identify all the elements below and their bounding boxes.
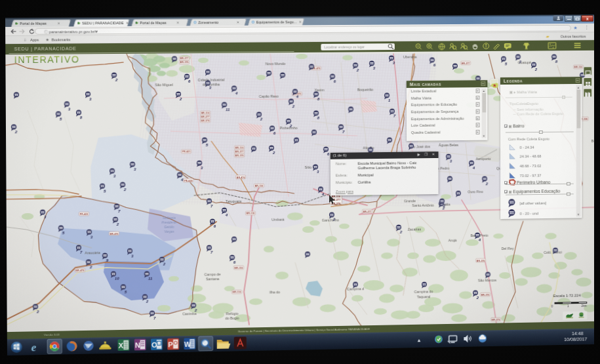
svg-text:O: O xyxy=(151,341,157,349)
svg-text:Zacarias: Zacarias xyxy=(408,228,422,232)
svg-text:2: 2 xyxy=(356,68,359,72)
svg-text:BR-376: BR-376 xyxy=(180,62,189,64)
svg-text:BR-116: BR-116 xyxy=(235,267,243,270)
svg-text:7: 7 xyxy=(210,203,213,208)
svg-text:Aeroporto: Aeroporto xyxy=(475,157,490,161)
svg-text:BR-277: BR-277 xyxy=(235,151,244,153)
svg-text:Umbará: Umbará xyxy=(271,218,285,222)
svg-text:2: 2 xyxy=(519,59,522,64)
svg-text:4: 4 xyxy=(321,192,325,196)
svg-text:5: 5 xyxy=(206,142,209,147)
svg-text:Arujá: Arujá xyxy=(449,238,457,242)
svg-text:BR-116: BR-116 xyxy=(255,185,264,188)
svg-text:2: 2 xyxy=(332,217,336,222)
svg-text:P: P xyxy=(168,341,173,349)
svg-text:2: 2 xyxy=(123,187,127,192)
svg-text:BR-116: BR-116 xyxy=(247,212,255,215)
svg-text:7: 7 xyxy=(80,250,83,254)
svg-text:Colô. Murici: Colô. Murici xyxy=(544,251,562,254)
svg-text:6: 6 xyxy=(214,224,216,228)
svg-text:4: 4 xyxy=(472,165,475,170)
svg-text:5: 5 xyxy=(505,61,508,66)
svg-text:5: 5 xyxy=(62,230,65,235)
svg-text:BR-277: BR-277 xyxy=(462,62,470,65)
svg-text:BR-277: BR-277 xyxy=(180,58,189,60)
svg-text:8: 8 xyxy=(555,59,558,64)
svg-text:3: 3 xyxy=(393,60,395,65)
svg-text:BR-116: BR-116 xyxy=(201,112,210,115)
svg-text:3: 3 xyxy=(373,66,376,70)
svg-text:São Miguel: São Miguel xyxy=(155,83,172,87)
svg-text:BR-476: BR-476 xyxy=(75,270,84,272)
svg-text:3: 3 xyxy=(113,173,116,178)
svg-text:W: W xyxy=(184,340,191,348)
svg-text:BR-116: BR-116 xyxy=(233,291,241,294)
svg-text:4: 4 xyxy=(235,91,238,95)
svg-text:14:48: 14:48 xyxy=(572,331,584,336)
svg-text:6: 6 xyxy=(334,79,336,83)
svg-text:7: 7 xyxy=(393,113,396,118)
svg-text:BR-277: BR-277 xyxy=(363,211,372,213)
svg-text:de Curitiba: de Curitiba xyxy=(203,83,220,87)
svg-text:5: 5 xyxy=(60,116,62,121)
svg-text:Santo Antônio: Santo Antônio xyxy=(412,203,433,207)
svg-text:BR-277: BR-277 xyxy=(201,116,210,119)
svg-text:2: 2 xyxy=(289,123,292,128)
svg-text:7: 7 xyxy=(118,209,121,213)
svg-text:Santana: Santana xyxy=(206,277,220,281)
svg-text:Vargas: Vargas xyxy=(164,230,174,233)
svg-text:3: 3 xyxy=(317,169,319,174)
svg-text:N: N xyxy=(135,341,140,349)
svg-text:3: 3 xyxy=(89,96,92,101)
svg-text:Boqueirão: Boqueirão xyxy=(357,88,373,92)
svg-text:3: 3 xyxy=(134,167,136,171)
svg-text:do Bugio: do Bugio xyxy=(225,316,239,320)
svg-text:2: 2 xyxy=(116,222,119,226)
svg-text:8: 8 xyxy=(80,115,83,119)
svg-text:BR-376: BR-376 xyxy=(201,120,210,123)
svg-text:3: 3 xyxy=(201,165,203,170)
svg-text:3: 3 xyxy=(131,253,134,258)
svg-text:2: 2 xyxy=(399,230,403,234)
svg-text:Cidade Industrial: Cidade Industrial xyxy=(198,78,225,82)
svg-text:Xaxim: Xaxim xyxy=(315,88,325,92)
svg-text:BR-376: BR-376 xyxy=(477,260,485,262)
svg-text:Ganchinho: Ganchinho xyxy=(322,218,339,222)
svg-text:2: 2 xyxy=(89,264,92,269)
svg-text:Del Rey: Del Rey xyxy=(502,247,514,251)
svg-text:3: 3 xyxy=(44,214,47,219)
svg-text:São Marcos: São Marcos xyxy=(478,278,497,282)
svg-text:Ouro Fino: Ouro Fino xyxy=(468,190,483,193)
svg-text:X: X xyxy=(119,342,124,350)
svg-text:11: 11 xyxy=(226,107,230,111)
svg-text:Novo Mundo: Novo Mundo xyxy=(266,62,286,66)
svg-text:Presidente: Presidente xyxy=(161,221,176,224)
svg-text:3: 3 xyxy=(68,106,71,111)
svg-text:PR-423: PR-423 xyxy=(80,213,89,216)
svg-text:Campo de: Campo de xyxy=(204,272,220,276)
svg-text:BR-376: BR-376 xyxy=(235,155,244,157)
svg-text:5: 5 xyxy=(125,289,127,294)
svg-text:10: 10 xyxy=(115,276,120,281)
svg-text:6: 6 xyxy=(327,152,330,156)
svg-text:Pinheirinho: Pinheirinho xyxy=(280,126,298,130)
svg-text:2: 2 xyxy=(485,181,489,186)
svg-text:BR-376: BR-376 xyxy=(481,294,490,296)
svg-text:7: 7 xyxy=(210,250,213,254)
svg-text:Uberaba: Uberaba xyxy=(403,55,417,59)
svg-text:Bor: Bor xyxy=(591,139,594,143)
svg-text:Refinaria: Refinaria xyxy=(163,216,176,220)
svg-text:2: 2 xyxy=(443,203,446,208)
svg-text:4: 4 xyxy=(180,177,184,182)
svg-text:BR-476: BR-476 xyxy=(110,233,119,235)
svg-text:4: 4 xyxy=(225,212,228,217)
svg-text:Taquaral: Taquaral xyxy=(417,294,430,298)
svg-text:Grande: Grande xyxy=(404,199,416,203)
svg-text:2: 2 xyxy=(14,129,18,134)
svg-text:Getúlio: Getúlio xyxy=(164,226,174,229)
svg-text:BR-116: BR-116 xyxy=(235,147,244,150)
svg-text:4: 4 xyxy=(478,237,481,242)
svg-text:PR-421: PR-421 xyxy=(182,151,191,153)
svg-text:6: 6 xyxy=(273,131,276,135)
svg-text:Capão Raso: Capão Raso xyxy=(259,94,279,98)
